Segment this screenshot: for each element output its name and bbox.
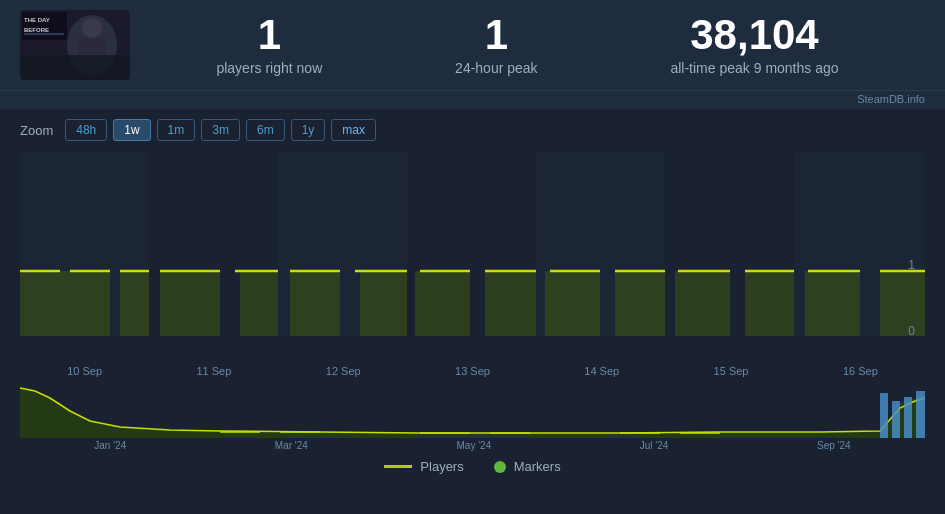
x-label-3: 13 Sep — [455, 365, 490, 377]
players-line-icon — [384, 465, 412, 468]
svg-marker-22 — [290, 271, 340, 336]
main-chart: 1 0 — [20, 151, 925, 361]
mini-x-labels: Jan '24 Mar '24 May '24 Jul '24 Sep '24 — [20, 438, 925, 453]
svg-rect-57 — [880, 393, 888, 438]
svg-marker-26 — [545, 271, 600, 336]
svg-text:THE DAY: THE DAY — [24, 17, 50, 23]
header-stats: 1 players right now 1 24-hour peak 38,10… — [130, 14, 925, 76]
current-players-stat: 1 players right now — [216, 14, 322, 76]
mini-chart-container: Jan '24 Mar '24 May '24 Jul '24 Sep '24 — [0, 383, 945, 453]
x-label-2: 12 Sep — [326, 365, 361, 377]
zoom-48h[interactable]: 48h — [65, 119, 107, 141]
svg-marker-27 — [615, 271, 665, 336]
zoom-1m[interactable]: 1m — [157, 119, 196, 141]
peak-24h-number: 1 — [455, 14, 538, 56]
markers-dot-icon — [494, 461, 506, 473]
mini-x-label-4: Sep '24 — [817, 440, 851, 451]
mini-chart — [20, 383, 925, 438]
main-chart-container: 1 0 10 Sep 11 Sep 12 Sep 13 Sep 14 Sep 1… — [0, 151, 945, 383]
steamdb-attribution: SteamDB.info — [0, 91, 945, 109]
zoom-max[interactable]: max — [331, 119, 376, 141]
game-cover-art: THE DAY BEFORE — [20, 10, 130, 80]
svg-marker-24 — [415, 271, 470, 336]
x-axis-labels: 10 Sep 11 Sep 12 Sep 13 Sep 14 Sep 15 Se… — [20, 361, 925, 383]
all-time-peak-number: 38,104 — [670, 14, 838, 56]
svg-rect-60 — [916, 391, 925, 438]
x-label-5: 15 Sep — [714, 365, 749, 377]
svg-rect-59 — [904, 397, 912, 438]
svg-marker-17 — [20, 271, 60, 336]
x-label-6: 16 Sep — [843, 365, 878, 377]
svg-text:BEFORE: BEFORE — [24, 27, 49, 33]
mini-x-label-0: Jan '24 — [94, 440, 126, 451]
legend-markers: Markers — [494, 459, 561, 474]
zoom-label: Zoom — [20, 123, 53, 138]
svg-marker-18 — [60, 271, 110, 336]
game-thumb-bg: THE DAY BEFORE — [20, 10, 130, 80]
svg-marker-31 — [880, 271, 925, 336]
all-time-peak-stat: 38,104 all-time peak 9 months ago — [670, 14, 838, 76]
mini-x-label-2: May '24 — [457, 440, 492, 451]
svg-marker-23 — [360, 271, 407, 336]
mini-x-label-3: Jul '24 — [640, 440, 669, 451]
svg-marker-28 — [675, 271, 730, 336]
peak-24h-label: 24-hour peak — [455, 60, 538, 76]
main-chart-svg: 1 0 — [20, 151, 925, 361]
current-players-label: players right now — [216, 60, 322, 76]
svg-marker-20 — [160, 271, 220, 336]
svg-rect-4 — [20, 55, 130, 80]
svg-text:1: 1 — [908, 258, 915, 272]
players-legend-label: Players — [420, 459, 463, 474]
svg-marker-25 — [485, 271, 536, 336]
game-thumbnail: THE DAY BEFORE — [20, 10, 130, 80]
markers-legend-label: Markers — [514, 459, 561, 474]
x-label-0: 10 Sep — [67, 365, 102, 377]
svg-text:0: 0 — [908, 324, 915, 338]
x-label-1: 11 Sep — [196, 365, 231, 377]
svg-marker-19 — [120, 271, 149, 336]
all-time-peak-label: all-time peak 9 months ago — [670, 60, 838, 76]
zoom-3m[interactable]: 3m — [201, 119, 240, 141]
zoom-6m[interactable]: 6m — [246, 119, 285, 141]
svg-marker-21 — [240, 271, 278, 336]
zoom-1w[interactable]: 1w — [113, 119, 150, 141]
peak-24h-stat: 1 24-hour peak — [455, 14, 538, 76]
svg-rect-58 — [892, 401, 900, 438]
legend: Players Markers — [0, 453, 945, 480]
legend-players: Players — [384, 459, 463, 474]
zoom-1y[interactable]: 1y — [291, 119, 326, 141]
mini-chart-svg — [20, 383, 925, 438]
current-players-number: 1 — [216, 14, 322, 56]
svg-marker-29 — [745, 271, 794, 336]
mini-x-label-1: Mar '24 — [275, 440, 308, 451]
svg-marker-30 — [805, 271, 860, 336]
header: THE DAY BEFORE 1 players right now 1 24-… — [0, 0, 945, 91]
svg-point-2 — [82, 18, 102, 38]
zoom-bar: Zoom 48h 1w 1m 3m 6m 1y max — [0, 109, 945, 151]
x-label-4: 14 Sep — [584, 365, 619, 377]
